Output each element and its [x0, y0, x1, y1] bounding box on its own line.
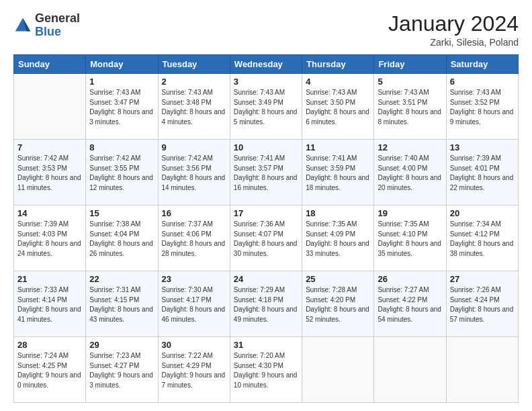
calendar-page: General Blue January 2024 Zarki, Silesia… [0, 0, 532, 411]
cell-info: Sunrise: 7:36 AM Sunset: 4:07 PM Dayligh… [234, 220, 298, 259]
table-row: 7 Sunrise: 7:42 AM Sunset: 3:53 PM Dayli… [14, 140, 86, 205]
day-number: 23 [162, 274, 226, 284]
table-row: 29 Sunrise: 7:23 AM Sunset: 4:27 PM Dayl… [86, 337, 158, 403]
table-row: 14 Sunrise: 7:39 AM Sunset: 4:03 PM Dayl… [14, 205, 86, 271]
sunrise-text: Sunrise: 7:40 AM [378, 154, 429, 162]
day-number: 5 [378, 77, 442, 87]
calendar-week-row: 28 Sunrise: 7:24 AM Sunset: 4:25 PM Dayl… [14, 337, 519, 403]
daylight-text: Daylight: 8 hours and 11 minutes. [17, 174, 81, 191]
daylight-text: Daylight: 8 hours and 18 minutes. [306, 174, 369, 191]
cell-info: Sunrise: 7:43 AM Sunset: 3:49 PM Dayligh… [234, 88, 298, 127]
daylight-text: Daylight: 9 hours and 3 minutes. [89, 371, 153, 389]
sunrise-text: Sunrise: 7:34 AM [450, 220, 501, 228]
table-row: 9 Sunrise: 7:42 AM Sunset: 3:56 PM Dayli… [158, 140, 230, 205]
sunrise-text: Sunrise: 7:39 AM [450, 154, 501, 162]
daylight-text: Daylight: 8 hours and 54 minutes. [378, 306, 441, 323]
sunrise-text: Sunrise: 7:38 AM [89, 220, 140, 228]
daylight-text: Daylight: 8 hours and 9 minutes. [450, 108, 514, 126]
sunset-text: Sunset: 4:04 PM [89, 230, 139, 238]
title-block: January 2024 Zarki, Silesia, Poland [388, 12, 519, 48]
table-row: 4 Sunrise: 7:43 AM Sunset: 3:50 PM Dayli… [302, 74, 374, 140]
sunrise-text: Sunrise: 7:28 AM [306, 286, 357, 293]
cell-info: Sunrise: 7:33 AM Sunset: 4:14 PM Dayligh… [17, 285, 82, 324]
sunset-text: Sunset: 3:52 PM [450, 99, 500, 106]
cell-info: Sunrise: 7:29 AM Sunset: 4:18 PM Dayligh… [234, 285, 298, 324]
day-number: 6 [450, 77, 515, 87]
day-number: 30 [162, 340, 226, 350]
sunrise-text: Sunrise: 7:35 AM [378, 220, 429, 228]
table-row: 10 Sunrise: 7:41 AM Sunset: 3:57 PM Dayl… [230, 140, 302, 205]
cell-info: Sunrise: 7:43 AM Sunset: 3:50 PM Dayligh… [306, 88, 370, 127]
table-row: 24 Sunrise: 7:29 AM Sunset: 4:18 PM Dayl… [230, 271, 302, 337]
daylight-text: Daylight: 8 hours and 28 minutes. [162, 240, 226, 257]
daylight-text: Daylight: 8 hours and 4 minutes. [162, 108, 226, 126]
col-wednesday: Wednesday [230, 55, 302, 74]
daylight-text: Daylight: 8 hours and 3 minutes. [89, 108, 153, 126]
cell-info: Sunrise: 7:39 AM Sunset: 4:03 PM Dayligh… [17, 220, 82, 259]
cell-info: Sunrise: 7:42 AM Sunset: 3:55 PM Dayligh… [89, 154, 154, 193]
table-row: 12 Sunrise: 7:40 AM Sunset: 4:00 PM Dayl… [374, 140, 446, 205]
table-row: 1 Sunrise: 7:43 AM Sunset: 3:47 PM Dayli… [86, 74, 158, 140]
sunrise-text: Sunrise: 7:43 AM [378, 89, 429, 96]
day-number: 22 [89, 274, 154, 284]
col-saturday: Saturday [446, 55, 518, 74]
table-row: 3 Sunrise: 7:43 AM Sunset: 3:49 PM Dayli… [230, 74, 302, 140]
col-thursday: Thursday [302, 55, 374, 74]
daylight-text: Daylight: 8 hours and 35 minutes. [378, 240, 441, 257]
location: Zarki, Silesia, Poland [388, 37, 519, 48]
sunset-text: Sunset: 3:59 PM [306, 165, 355, 172]
day-number: 7 [17, 142, 82, 152]
daylight-text: Daylight: 8 hours and 43 minutes. [89, 306, 153, 323]
sunset-text: Sunset: 4:22 PM [378, 296, 427, 304]
day-number: 17 [234, 208, 298, 218]
sunrise-text: Sunrise: 7:22 AM [162, 352, 213, 359]
table-row: 15 Sunrise: 7:38 AM Sunset: 4:04 PM Dayl… [86, 205, 158, 271]
cell-info: Sunrise: 7:23 AM Sunset: 4:27 PM Dayligh… [89, 351, 154, 390]
table-row: 19 Sunrise: 7:35 AM Sunset: 4:10 PM Dayl… [374, 205, 446, 271]
cell-info: Sunrise: 7:42 AM Sunset: 3:53 PM Dayligh… [17, 154, 82, 193]
table-row: 28 Sunrise: 7:24 AM Sunset: 4:25 PM Dayl… [14, 337, 86, 403]
sunrise-text: Sunrise: 7:23 AM [89, 352, 140, 359]
sunset-text: Sunset: 4:10 PM [378, 230, 427, 238]
cell-info: Sunrise: 7:31 AM Sunset: 4:15 PM Dayligh… [89, 285, 154, 324]
month-year: January 2024 [388, 12, 519, 36]
table-row: 16 Sunrise: 7:37 AM Sunset: 4:06 PM Dayl… [158, 205, 230, 271]
day-number: 27 [450, 274, 515, 284]
daylight-text: Daylight: 8 hours and 57 minutes. [450, 306, 514, 323]
sunset-text: Sunset: 4:09 PM [306, 230, 355, 238]
table-row: 21 Sunrise: 7:33 AM Sunset: 4:14 PM Dayl… [14, 271, 86, 337]
day-number: 4 [306, 77, 370, 87]
sunset-text: Sunset: 4:29 PM [162, 362, 212, 369]
cell-info: Sunrise: 7:35 AM Sunset: 4:09 PM Dayligh… [306, 220, 370, 259]
col-sunday: Sunday [14, 55, 86, 74]
table-row: 20 Sunrise: 7:34 AM Sunset: 4:12 PM Dayl… [446, 205, 518, 271]
cell-info: Sunrise: 7:24 AM Sunset: 4:25 PM Dayligh… [17, 351, 82, 390]
col-monday: Monday [86, 55, 158, 74]
table-row: 6 Sunrise: 7:43 AM Sunset: 3:52 PM Dayli… [446, 74, 518, 140]
day-number: 10 [234, 142, 298, 152]
sunrise-text: Sunrise: 7:26 AM [450, 286, 501, 293]
table-row: 11 Sunrise: 7:41 AM Sunset: 3:59 PM Dayl… [302, 140, 374, 205]
logo-icon [13, 16, 32, 35]
table-row: 31 Sunrise: 7:20 AM Sunset: 4:30 PM Dayl… [230, 337, 302, 403]
day-number: 1 [89, 77, 154, 87]
day-number: 28 [17, 340, 82, 350]
sunrise-text: Sunrise: 7:42 AM [17, 154, 69, 162]
daylight-text: Daylight: 9 hours and 10 minutes. [234, 371, 298, 389]
daylight-text: Daylight: 9 hours and 7 minutes. [162, 371, 226, 389]
calendar-header-row: Sunday Monday Tuesday Wednesday Thursday… [14, 55, 519, 74]
table-row: 13 Sunrise: 7:39 AM Sunset: 4:01 PM Dayl… [446, 140, 518, 205]
daylight-text: Daylight: 8 hours and 33 minutes. [306, 240, 369, 257]
sunrise-text: Sunrise: 7:33 AM [17, 286, 69, 293]
day-number: 2 [162, 77, 226, 87]
day-number: 16 [162, 208, 226, 218]
sunrise-text: Sunrise: 7:43 AM [234, 89, 285, 96]
cell-info: Sunrise: 7:34 AM Sunset: 4:12 PM Dayligh… [450, 220, 515, 259]
table-row: 30 Sunrise: 7:22 AM Sunset: 4:29 PM Dayl… [158, 337, 230, 403]
sunrise-text: Sunrise: 7:27 AM [378, 286, 429, 293]
sunrise-text: Sunrise: 7:37 AM [162, 220, 213, 228]
table-row: 25 Sunrise: 7:28 AM Sunset: 4:20 PM Dayl… [302, 271, 374, 337]
logo: General Blue [13, 12, 80, 39]
sunset-text: Sunset: 4:27 PM [89, 362, 139, 369]
sunset-text: Sunset: 4:06 PM [162, 230, 212, 238]
